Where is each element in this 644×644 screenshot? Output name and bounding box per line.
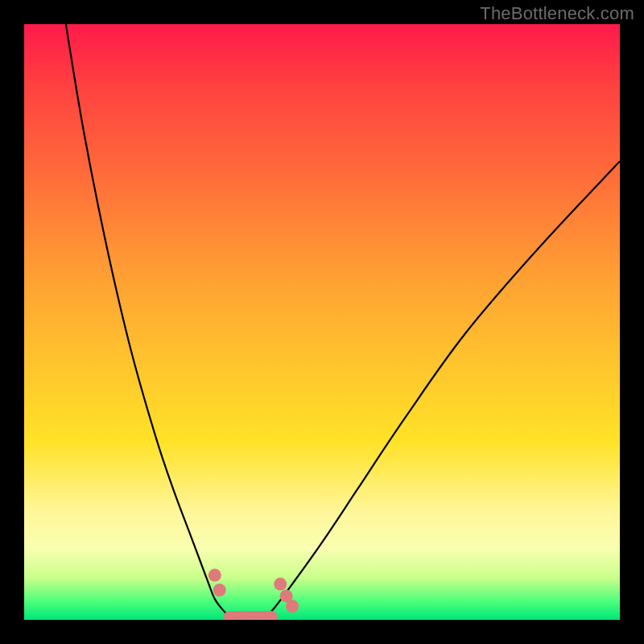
marker-point bbox=[274, 578, 287, 591]
marker-point bbox=[213, 584, 226, 597]
marker-point bbox=[208, 569, 221, 582]
chart-frame: TheBottleneck.com bbox=[0, 0, 644, 644]
bottom-marker-bar bbox=[224, 611, 278, 620]
curve-layer bbox=[24, 24, 620, 620]
plot-area bbox=[24, 24, 620, 620]
watermark-text: TheBottleneck.com bbox=[480, 3, 634, 24]
marker-point bbox=[286, 600, 299, 613]
curve-left-curve bbox=[66, 24, 233, 620]
curve-right-curve bbox=[262, 161, 620, 620]
